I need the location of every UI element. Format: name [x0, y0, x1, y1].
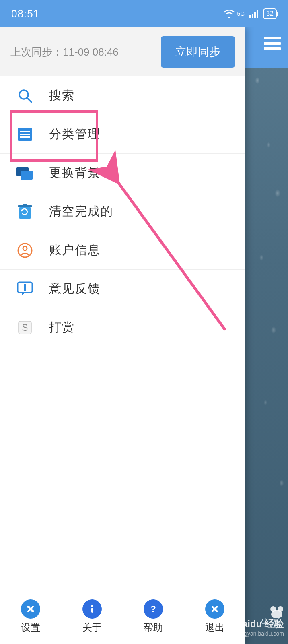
tab-help[interactable]: ? 帮助 [144, 599, 163, 634]
battery-indicator: 32 [263, 8, 277, 19]
svg-rect-0 [249, 15, 251, 18]
side-category-label: 生活 [260, 616, 281, 630]
tab-settings[interactable]: 设置 [21, 599, 40, 634]
list-icon [16, 126, 34, 143]
svg-rect-14 [23, 204, 27, 206]
search-icon [16, 87, 34, 105]
tab-label: 关于 [82, 621, 102, 634]
tab-label: 帮助 [144, 621, 163, 634]
menu-item-background[interactable]: 更换背景 [0, 154, 245, 192]
menu-item-search[interactable]: 搜索 [0, 76, 245, 115]
svg-point-22 [27, 606, 30, 608]
menu-list: 搜索 分类管理 更换背景 清空完成的 [0, 76, 245, 347]
sync-time: 11-09 08:46 [63, 46, 119, 58]
sync-row: 上次同步：11-09 08:46 立即同步 [0, 27, 245, 76]
svg-rect-11 [21, 171, 33, 180]
hamburger-icon[interactable] [264, 37, 281, 50]
menu-label: 搜索 [49, 87, 75, 104]
tab-label: 退出 [205, 621, 224, 634]
account-icon [16, 242, 34, 259]
feedback-icon [16, 280, 34, 298]
help-icon: ? [144, 599, 163, 619]
menu-item-clear-done[interactable]: 清空完成的 [0, 192, 245, 231]
svg-rect-8 [20, 134, 30, 135]
svg-rect-2 [254, 12, 256, 18]
svg-point-16 [23, 246, 27, 250]
bottom-tabs: 设置 关于 ? 帮助 退出 [0, 589, 245, 644]
menu-item-tip[interactable]: $ 打赏 [0, 308, 245, 347]
svg-text:?: ? [151, 604, 156, 614]
menu-label: 意见反馈 [49, 281, 101, 297]
svg-rect-7 [20, 131, 30, 132]
trash-icon [16, 203, 34, 221]
svg-point-23 [31, 610, 34, 612]
tab-exit[interactable]: 退出 [205, 599, 224, 634]
exit-icon [205, 599, 224, 619]
wifi-icon [224, 9, 235, 18]
svg-line-5 [27, 98, 31, 102]
svg-rect-1 [252, 14, 253, 18]
screen: 08:51 5G 32 上次同步：11-09 08:46 立即同步 [0, 0, 288, 644]
menu-label: 打赏 [49, 319, 75, 336]
background-icon [16, 164, 34, 182]
menu-item-account[interactable]: 账户信息 [0, 231, 245, 270]
info-icon [82, 599, 102, 619]
status-bar: 08:51 5G 32 [0, 0, 288, 27]
menu-label: 分类管理 [49, 126, 101, 142]
menu-label: 清空完成的 [49, 203, 113, 220]
network-label: 5G [237, 10, 245, 17]
settings-icon [21, 599, 40, 619]
svg-point-24 [91, 605, 93, 607]
svg-point-4 [19, 90, 28, 99]
last-sync-text: 上次同步：11-09 08:46 [10, 45, 119, 59]
menu-item-category[interactable]: 分类管理 [0, 115, 245, 154]
status-right: 5G 32 [224, 8, 277, 19]
svg-rect-25 [91, 608, 93, 613]
status-time: 08:51 [11, 8, 39, 20]
dollar-icon: $ [16, 319, 34, 336]
tab-label: 设置 [21, 621, 40, 634]
battery-level: 32 [266, 10, 274, 17]
menu-label: 账户信息 [49, 242, 101, 258]
svg-rect-18 [24, 284, 26, 289]
svg-rect-9 [20, 136, 30, 138]
sync-prefix: 上次同步： [10, 46, 63, 58]
svg-text:$: $ [22, 322, 27, 333]
menu-label: 更换背景 [49, 165, 101, 181]
tab-about[interactable]: 关于 [82, 599, 102, 634]
menu-item-feedback[interactable]: 意见反馈 [0, 270, 245, 308]
svg-rect-19 [24, 289, 26, 291]
svg-rect-3 [257, 10, 258, 18]
drawer-panel: 上次同步：11-09 08:46 立即同步 搜索 分类管理 [0, 27, 245, 644]
sync-now-button[interactable]: 立即同步 [161, 36, 235, 68]
signal-icon [249, 10, 259, 18]
